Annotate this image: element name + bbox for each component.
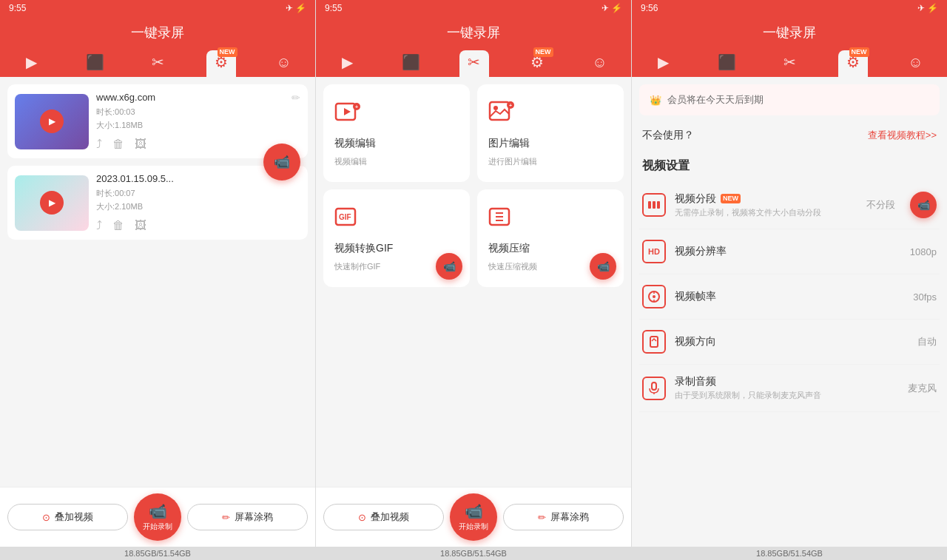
video-info-1: www.x6g.com 时长:00:03 大小:1.18MB ⤴ 🗑 🖼 xyxy=(96,92,300,151)
segment-icon xyxy=(642,193,666,217)
tool-image-edit-name: 图片编辑 xyxy=(488,137,530,150)
setting-orientation[interactable]: 视频方向 自动 xyxy=(639,320,940,365)
face-icon-3: ☺ xyxy=(908,54,923,71)
tab-tools-1[interactable]: ✂ xyxy=(144,50,173,77)
delete-icon-2[interactable]: 🗑 xyxy=(112,219,124,232)
video-list-1: ▶ www.x6g.com 时长:00:03 大小:1.18MB ⤴ 🗑 🖼 xyxy=(0,77,315,487)
segment-info: 视频分段 NEW 无需停止录制，视频将文件大小自动分段 xyxy=(675,192,857,218)
member-icon: 👑 xyxy=(650,95,661,106)
help-link[interactable]: 查看视频教程>> xyxy=(868,129,937,142)
tool-compress[interactable]: 视频压缩 快速压缩视频 📹 xyxy=(477,189,624,287)
paint-btn-1[interactable]: ✏ 屏幕涂鸦 xyxy=(187,504,308,530)
tab-crop-3[interactable]: ⬛ xyxy=(712,50,742,77)
play-btn-1[interactable]: ▶ xyxy=(40,109,64,133)
tab-video-2[interactable]: ▶ xyxy=(333,50,363,77)
segment-name: 视频分段 NEW xyxy=(675,192,857,206)
record-icon-2: 📹 xyxy=(465,502,483,520)
app-header-3: 一键录屏 xyxy=(632,16,947,46)
video-thumb-1: ▶ xyxy=(15,94,89,149)
svg-marker-1 xyxy=(344,108,351,115)
play-btn-2[interactable]: ▶ xyxy=(40,191,64,215)
tab-crop-2[interactable]: ⬛ xyxy=(396,50,426,77)
panel-1: 9:55 ✈ ⚡ 一键录屏 ▶ ⬛ ✂ ⚙ NEW ☺ xyxy=(0,0,316,560)
record-icon-1: 📹 xyxy=(149,502,167,520)
image-icon-1[interactable]: 🖼 xyxy=(135,138,146,151)
tool-gif-icon: GIF xyxy=(334,204,361,236)
edit-icon-1[interactable]: ✏ xyxy=(291,92,300,104)
setting-framerate[interactable]: 视频帧率 30fps xyxy=(639,274,940,320)
record-fab-gif[interactable]: 📹 xyxy=(436,253,462,280)
orientation-name: 视频方向 xyxy=(675,335,909,348)
app-header-2: 一键录屏 xyxy=(316,16,631,46)
setting-segment[interactable]: 视频分段 NEW 无需停止录制，视频将文件大小自动分段 不分段 📹 xyxy=(639,181,940,229)
resolution-value: 1080p xyxy=(910,246,937,257)
video-actions-2: ⤴ 🗑 🖼 xyxy=(96,219,300,232)
status-icons-2: ✈ ⚡ xyxy=(601,3,622,13)
record-btn-1[interactable]: 📹 开始录制 xyxy=(134,493,181,541)
audio-icon xyxy=(642,377,666,400)
tool-video-edit[interactable]: + 视频编辑 视频编辑 xyxy=(323,84,470,182)
panels-container: 9:55 ✈ ⚡ 一键录屏 ▶ ⬛ ✂ ⚙ NEW ☺ xyxy=(0,0,947,560)
status-time-1: 9:55 xyxy=(9,3,26,13)
video-icon-3: ▶ xyxy=(658,53,669,71)
face-icon: ☺ xyxy=(276,54,291,71)
bottom-bar-1: ⊙ 叠加视频 📹 开始录制 ✏ 屏幕涂鸦 xyxy=(0,487,315,547)
orientation-info: 视频方向 xyxy=(675,335,909,348)
record-fab-compress[interactable]: 📹 xyxy=(590,253,616,280)
tab-video-3[interactable]: ▶ xyxy=(649,50,678,77)
tab-settings-2[interactable]: ⚙ NEW xyxy=(522,50,552,77)
tab-video-1[interactable]: ▶ xyxy=(17,50,47,77)
video-item-2: ▶ 2023.01.15.09.5... 时长:00:07 大小:2.10MB … xyxy=(7,166,308,240)
storage-bar-3: 18.85GB/51.54GB xyxy=(632,547,947,560)
bottom-bar-2: ⊙ 叠加视频 📹 开始录制 ✏ 屏幕涂鸦 xyxy=(316,487,631,547)
thumb-bg-2: ▶ xyxy=(15,175,89,231)
overlay-btn-2[interactable]: ⊙ 叠加视频 xyxy=(323,504,444,530)
share-icon-1[interactable]: ⤴ xyxy=(96,138,102,151)
thumb-bg-1: ▶ xyxy=(15,94,89,149)
paint-btn-2[interactable]: ✏ 屏幕涂鸦 xyxy=(503,504,624,530)
setting-audio[interactable]: 录制音频 由于受到系统限制，只能录制麦克风声音 麦克风 xyxy=(639,365,940,412)
record-btn-2[interactable]: 📹 开始录制 xyxy=(450,493,497,541)
new-badge-2: NEW xyxy=(533,47,553,57)
tab-crop-1[interactable]: ⬛ xyxy=(80,50,110,77)
resolution-icon: HD xyxy=(642,240,666,263)
record-fab-segment[interactable]: 📹 xyxy=(910,192,937,218)
tab-tools-2[interactable]: ✂ xyxy=(459,50,489,77)
setting-resolution[interactable]: HD 视频分辨率 1080p xyxy=(639,229,940,274)
segment-value: 不分段 xyxy=(866,198,895,212)
tab-tools-3[interactable]: ✂ xyxy=(775,50,805,77)
tool-grid: + 视频编辑 视频编辑 + xyxy=(316,77,631,294)
svg-text:GIF: GIF xyxy=(339,213,351,221)
video-icon-2: ▶ xyxy=(342,53,353,71)
face-icon-2: ☺ xyxy=(592,54,607,71)
share-icon-2[interactable]: ⤴ xyxy=(96,219,102,232)
tab-face-1[interactable]: ☺ xyxy=(269,51,299,77)
app-header-1: 一键录屏 xyxy=(0,16,315,46)
tab-face-3[interactable]: ☺ xyxy=(901,51,931,77)
framerate-info: 视频帧率 xyxy=(675,290,904,303)
segment-new-badge: NEW xyxy=(721,194,741,203)
status-bar-1: 9:55 ✈ ⚡ xyxy=(0,0,315,16)
overlay-btn-1[interactable]: ⊙ 叠加视频 xyxy=(7,504,128,530)
delete-icon-1[interactable]: 🗑 xyxy=(112,138,124,151)
overlay-icon-1: ⊙ xyxy=(42,512,50,523)
tool-image-edit[interactable]: + 图片编辑 进行图片编辑 xyxy=(477,84,624,182)
audio-value: 麦克风 xyxy=(908,382,937,395)
svg-text:+: + xyxy=(355,104,358,109)
tool-gif[interactable]: GIF 视频转换GIF 快速制作GIF 📹 xyxy=(323,189,470,287)
status-icons-3: ✈ ⚡ xyxy=(917,3,938,13)
framerate-name: 视频帧率 xyxy=(675,290,904,303)
resolution-name: 视频分辨率 xyxy=(675,245,901,258)
tool-compress-icon xyxy=(488,204,515,236)
tab-settings-1[interactable]: ⚙ NEW xyxy=(206,50,236,77)
tool-video-edit-name: 视频编辑 xyxy=(334,137,376,150)
tab-face-2[interactable]: ☺ xyxy=(585,51,615,77)
member-notice: 👑 会员将在今天天后到期 xyxy=(639,84,940,115)
status-time-2: 9:55 xyxy=(325,3,342,13)
audio-info: 录制音频 由于受到系统限制，只能录制麦克风声音 xyxy=(675,375,899,401)
audio-desc: 由于受到系统限制，只能录制麦克风声音 xyxy=(675,390,899,401)
video-icon: ▶ xyxy=(26,53,37,71)
image-icon-2[interactable]: 🖼 xyxy=(135,219,146,232)
orientation-icon xyxy=(642,330,666,354)
tab-settings-3[interactable]: ⚙ NEW xyxy=(838,50,868,77)
